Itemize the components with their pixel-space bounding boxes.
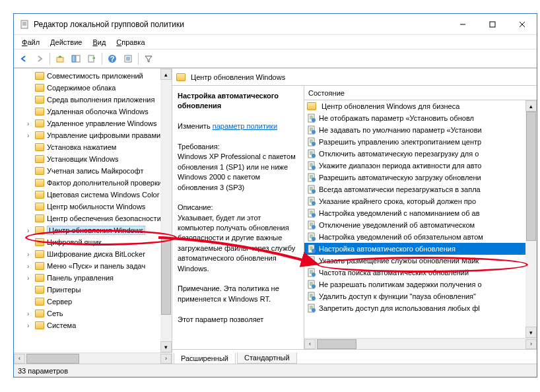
menu-file[interactable]: Файл <box>17 37 45 48</box>
tree-item[interactable]: Центр мобильности Windows <box>14 201 172 212</box>
tree-item[interactable]: Меню «Пуск» и панель задач <box>14 260 172 272</box>
tree-body[interactable]: Совместимость приложенийСодержимое облак… <box>14 69 172 352</box>
list-item[interactable]: Частота поиска автоматических обновлений <box>304 267 525 278</box>
menu-view[interactable]: Вид <box>87 37 111 48</box>
list-item[interactable]: Указать размещение службы обновлений Май… <box>304 255 525 267</box>
tab-extended[interactable]: Расширенный <box>174 353 236 364</box>
folder-icon <box>35 84 44 92</box>
list-item[interactable]: Разрешить автоматическую загрузку обновл… <box>304 172 525 183</box>
tree-item[interactable]: Центр обеспечения безопасности <box>14 212 172 224</box>
path-label: Центр обновления Windows <box>191 73 285 81</box>
tree-label: Удаленная оболочка Windows <box>47 108 149 115</box>
list-item[interactable]: Всегда автоматически перезагружаться в з… <box>304 183 525 195</box>
list-item-label: Запретить доступ для использования любых… <box>319 304 480 312</box>
filter-button[interactable] <box>141 51 156 66</box>
list-header[interactable]: Состояние <box>304 86 537 100</box>
menubar: Файл Действие Вид Справка <box>14 35 537 49</box>
list-body[interactable]: Центр обновления Windows для бизнесаНе о… <box>304 100 537 338</box>
svg-point-27 <box>312 130 316 134</box>
tree-item[interactable]: Панель управления <box>14 272 172 284</box>
list-item[interactable]: Настройка автоматического обновления <box>304 243 525 255</box>
list-item[interactable]: Разрешить управлению электропитанием цен… <box>304 136 525 148</box>
desc-edit-label: Изменить <box>178 122 211 130</box>
tree-item[interactable]: Центр обновления Windows <box>14 224 172 236</box>
scroll-up-button[interactable]: ▴ <box>160 69 172 80</box>
list-item[interactable]: Отключение уведомлений об автоматическом <box>304 219 525 231</box>
list-item[interactable]: Удалить доступ к функции "пауза обновлен… <box>304 290 525 302</box>
tree-vscroll[interactable]: ▴ ▾ <box>160 69 172 352</box>
menu-help[interactable]: Справка <box>111 37 150 48</box>
help-button[interactable]: ? <box>105 51 119 66</box>
minimize-button[interactable] <box>448 15 477 34</box>
folder-icon <box>35 298 44 306</box>
export-button[interactable] <box>84 51 99 66</box>
tree-item[interactable]: Удаленное управление Windows <box>14 117 172 129</box>
tree-label: Панель управления <box>47 274 114 282</box>
edit-policy-link[interactable]: параметр политики <box>213 122 277 130</box>
scroll-down-button[interactable]: ▾ <box>160 341 172 352</box>
close-button[interactable] <box>507 15 537 34</box>
tree-item[interactable]: Содержимое облака <box>14 82 172 94</box>
scroll-left-button[interactable]: ‹ <box>14 354 25 364</box>
list-item[interactable]: Не задавать по умолчанию параметр «Устан… <box>304 124 525 136</box>
folder-icon <box>176 73 186 81</box>
tree-item[interactable]: Установщик Windows <box>14 153 172 165</box>
folder-icon <box>35 108 44 115</box>
policy-icon <box>307 244 316 253</box>
content-area: Совместимость приложенийСодержимое облак… <box>14 68 537 364</box>
req-label: Требования: <box>178 143 220 150</box>
tree-item[interactable]: Учетная запись Майкрософт <box>14 165 172 177</box>
tree-item[interactable]: Среда выполнения приложения <box>14 94 172 106</box>
menu-action[interactable]: Действие <box>45 37 87 48</box>
tree-item[interactable]: Цифровой ящик <box>14 236 172 248</box>
policy-icon <box>307 161 316 170</box>
list-item[interactable]: Центр обновления Windows для бизнеса <box>304 100 525 112</box>
list-item[interactable]: Не разрешать политикам задержки получени… <box>304 278 525 290</box>
tree-label: Учетная запись Майкрософт <box>47 167 143 175</box>
tab-standard[interactable]: Стандартный <box>237 352 297 364</box>
list-item-label: Укажите диапазон периода активности для … <box>319 162 481 170</box>
list-item-label: Не разрешать политикам задержки получени… <box>319 280 482 288</box>
list-item[interactable]: Настройка уведомлений с напоминанием об … <box>304 207 525 219</box>
tree-item[interactable]: Управление цифровыми правами <box>14 129 172 141</box>
forward-button[interactable] <box>32 51 47 66</box>
svg-point-62 <box>312 213 316 217</box>
svg-rect-10 <box>76 55 80 62</box>
policy-icon <box>307 173 316 182</box>
list-item[interactable]: Отключить автоматическую перезагрузку дл… <box>304 148 525 160</box>
folder-icon <box>35 310 44 317</box>
scroll-thumb[interactable] <box>26 354 79 364</box>
folder-icon <box>35 321 44 329</box>
tree-item[interactable]: Сеть <box>14 308 172 319</box>
svg-point-47 <box>312 178 316 181</box>
list-item-label: Настройка автоматического обновления <box>319 245 456 253</box>
list-item[interactable]: Укажите диапазон периода активности для … <box>304 160 525 172</box>
tree-item[interactable]: Цветовая система Windows Color <box>14 189 172 201</box>
svg-point-92 <box>312 284 316 288</box>
tree-item[interactable]: Установка нажатием <box>14 141 172 153</box>
list-item-label: Удалить доступ к функции "пауза обновлен… <box>319 292 476 300</box>
tree-item[interactable]: Система <box>14 319 172 331</box>
scroll-right-button[interactable]: › <box>160 354 172 364</box>
maximize-button[interactable] <box>477 15 507 34</box>
list-item[interactable]: Запретить доступ для использования любых… <box>304 302 525 314</box>
window-controls <box>448 15 537 34</box>
list-item[interactable]: Указание крайнего срока, который должен … <box>304 195 525 207</box>
tree-item[interactable]: Фактор дополнительной проверки <box>14 177 172 189</box>
show-hide-tree-button[interactable] <box>69 51 83 66</box>
properties-button[interactable] <box>121 51 135 66</box>
list-item[interactable]: Не отображать параметр «Установить обнов… <box>304 112 525 124</box>
list-item-label: Всегда автоматически перезагружаться в з… <box>319 185 481 193</box>
tree-item[interactable]: Совместимость приложений <box>14 70 172 82</box>
tree-item[interactable]: Принтеры <box>14 284 172 296</box>
list-item[interactable]: Настройка уведомлений об обязательном ав… <box>304 231 525 243</box>
tree-hscroll[interactable]: ‹ › <box>14 352 172 364</box>
back-button[interactable] <box>17 51 31 66</box>
list-vscroll[interactable]: ▴ ▾ <box>525 100 537 338</box>
policy-icon <box>307 292 316 301</box>
list-hscroll[interactable]: ‹ › <box>304 338 537 349</box>
tree-item[interactable]: Сервер <box>14 296 172 308</box>
up-button[interactable] <box>53 51 67 66</box>
tree-item[interactable]: Удаленная оболочка Windows <box>14 106 172 117</box>
tree-item[interactable]: Шифрование диска BitLocker <box>14 248 172 260</box>
